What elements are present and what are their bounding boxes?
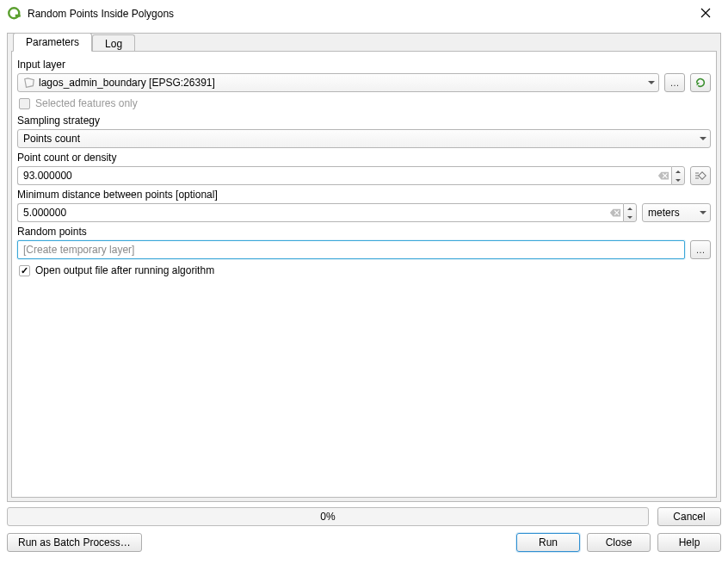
min-distance-spinner[interactable]: [623, 203, 637, 222]
progress-value: 0%: [320, 511, 335, 523]
polygon-icon: [23, 77, 35, 88]
chevron-down-icon: [700, 137, 706, 140]
tab-parameters[interactable]: Parameters: [13, 33, 92, 52]
distance-unit-select[interactable]: meters: [642, 203, 711, 222]
run-batch-button[interactable]: Run as Batch Process…: [7, 533, 142, 552]
tab-log[interactable]: Log: [92, 34, 135, 51]
label-point-count: Point count or density: [17, 152, 711, 164]
label-min-distance: Minimum distance between points [optiona…: [17, 189, 711, 201]
dialog-footer: 0% Cancel Run as Batch Process… Run Clos…: [7, 507, 721, 557]
min-distance-clear-icon[interactable]: [609, 203, 623, 222]
point-count-data-defined-button[interactable]: [690, 166, 711, 185]
sampling-strategy-value: Points count: [23, 133, 80, 145]
window-title: Random Points Inside Polygons: [28, 8, 692, 20]
titlebar: Random Points Inside Polygons: [0, 0, 728, 26]
input-layer-browse-button[interactable]: …: [664, 73, 685, 92]
distance-unit-value: meters: [648, 207, 680, 219]
dialog-panel: Parameters Log Input layer lagos_admin_b…: [7, 33, 721, 502]
min-distance-input[interactable]: 5.000000: [17, 203, 637, 222]
sampling-strategy-select[interactable]: Points count: [17, 129, 711, 148]
point-count-value: 93.000000: [23, 170, 72, 182]
qgis-icon: [7, 6, 22, 22]
open-output-checkbox[interactable]: [19, 265, 30, 276]
svg-rect-1: [15, 15, 21, 17]
selected-features-checkbox: [19, 98, 30, 109]
label-random-points: Random points: [17, 226, 711, 238]
svg-rect-2: [699, 172, 706, 179]
output-placeholder: [Create temporary layer]: [23, 244, 134, 256]
window-close-button[interactable]: [692, 8, 719, 20]
help-button[interactable]: Help: [657, 533, 721, 552]
parameters-panel: Input layer lagos_admin_boundary [EPSG:2…: [11, 51, 717, 498]
label-sampling-strategy: Sampling strategy: [17, 115, 711, 127]
point-count-spinner[interactable]: [671, 166, 685, 185]
label-open-output: Open output file after running algorithm: [35, 264, 214, 276]
output-path-input[interactable]: [Create temporary layer]: [17, 240, 685, 259]
point-count-clear-icon[interactable]: [657, 166, 671, 185]
input-layer-iterate-button[interactable]: [690, 73, 711, 92]
progress-bar: 0%: [7, 507, 649, 526]
input-layer-select[interactable]: lagos_admin_boundary [EPSG:26391]: [17, 73, 659, 92]
chevron-down-icon: [648, 81, 655, 84]
chevron-down-icon: [700, 211, 706, 214]
input-layer-value: lagos_admin_boundary [EPSG:26391]: [39, 77, 215, 89]
point-count-input[interactable]: 93.000000: [17, 166, 685, 185]
run-button[interactable]: Run: [516, 533, 580, 552]
cancel-button[interactable]: Cancel: [657, 507, 721, 526]
min-distance-value: 5.000000: [23, 207, 66, 219]
close-button[interactable]: Close: [587, 533, 651, 552]
label-input-layer: Input layer: [17, 59, 711, 71]
label-selected-features: Selected features only: [35, 97, 138, 109]
output-browse-button[interactable]: …: [690, 240, 711, 259]
tab-bar: Parameters Log: [13, 33, 135, 52]
